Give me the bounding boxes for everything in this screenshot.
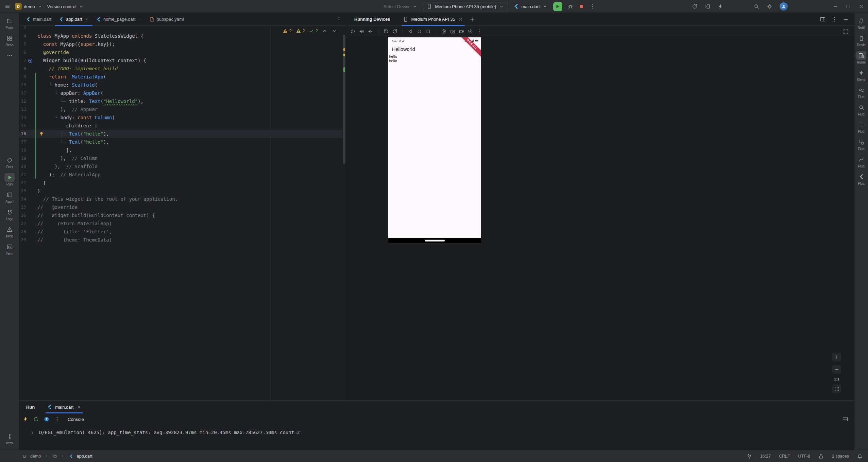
- code-line-29[interactable]: 29// theme: ThemeData(: [19, 236, 346, 244]
- volume-down-icon[interactable]: [368, 29, 373, 34]
- code-line-20[interactable]: 20 ), // Scaffold: [19, 162, 346, 171]
- user-avatar[interactable]: [780, 2, 788, 11]
- hot-restart-icon[interactable]: [33, 416, 39, 422]
- tool-flutter-outline[interactable]: Flutt: [854, 118, 868, 136]
- code-line-23[interactable]: 23}: [19, 187, 346, 195]
- tool-terminal[interactable]: Term: [0, 240, 19, 257]
- device-tab[interactable]: Medium Phone API 35: [399, 13, 466, 26]
- tool-problems[interactable]: Prob: [0, 223, 19, 240]
- more-v-icon[interactable]: [477, 29, 482, 34]
- power-icon[interactable]: [350, 29, 355, 34]
- gradle-sync-icon[interactable]: [692, 4, 697, 9]
- console-output[interactable]: D/EGL_emulation( 4625): app_time_stats: …: [19, 425, 854, 435]
- code-line-24[interactable]: 24 // This widget is the root of your ap…: [19, 195, 346, 203]
- run-button[interactable]: [553, 2, 562, 11]
- tool-more-tools[interactable]: [0, 49, 19, 62]
- code-line-15[interactable]: 15 children: [: [19, 122, 346, 130]
- overview-icon[interactable]: [426, 29, 431, 34]
- zoom-fit-button[interactable]: [832, 385, 841, 393]
- code-line-5[interactable]: 5 const MyApp({super.key});: [19, 40, 346, 48]
- select-device-dropdown[interactable]: Select Device: [384, 4, 418, 9]
- debug-button[interactable]: [568, 4, 573, 9]
- tool-resources[interactable]: Reso: [0, 32, 19, 49]
- home-icon[interactable]: [417, 29, 422, 34]
- code-line-7[interactable]: 7 Widget build(BuildContext context) {: [19, 56, 346, 65]
- console-tab-label[interactable]: Console: [68, 417, 84, 422]
- close-tab-icon[interactable]: [85, 17, 89, 21]
- editor-tab-home_page.dart[interactable]: home_page.dart: [92, 13, 146, 26]
- tool-run[interactable]: Run: [0, 171, 19, 188]
- vcs-widget[interactable]: Version control: [47, 4, 84, 9]
- camera-icon[interactable]: [450, 29, 455, 34]
- rotate-left-icon[interactable]: [384, 29, 389, 34]
- profiler-icon[interactable]: [718, 4, 723, 9]
- tool-app-inspection[interactable]: App I: [0, 188, 19, 206]
- back-icon[interactable]: [408, 29, 413, 34]
- tool-flutter-frames[interactable]: Flutt: [854, 153, 868, 170]
- intention-bulb-icon[interactable]: [39, 131, 44, 137]
- main-menu-icon[interactable]: [5, 4, 10, 9]
- split-view-icon[interactable]: [820, 17, 826, 22]
- indent-setting[interactable]: 2 spaces: [832, 454, 849, 459]
- gesture-pill[interactable]: [425, 240, 445, 242]
- close-run-tab-icon[interactable]: [76, 404, 82, 410]
- code-line-12[interactable]: 12 └─ title: Text("Helloworld"),: [19, 97, 346, 105]
- inspections-widget[interactable]: 2 2 2: [283, 28, 337, 34]
- window-minimize-button[interactable]: [833, 4, 838, 9]
- code-line-26[interactable]: 26// Widget build(BuildContext context) …: [19, 211, 346, 219]
- code-line-6[interactable]: 6 @override: [19, 48, 346, 56]
- window-maximize-button[interactable]: [846, 4, 851, 9]
- plug-icon[interactable]: [747, 454, 752, 459]
- editor-options-icon[interactable]: [336, 17, 342, 22]
- panel-options-icon[interactable]: [832, 17, 837, 22]
- tool-flutter-attach[interactable]: Flutt: [854, 170, 868, 188]
- volume-up-icon[interactable]: [359, 29, 364, 34]
- tool-running-devices[interactable]: Runni: [854, 49, 868, 66]
- tool-version-control[interactable]: Versi: [0, 430, 19, 447]
- tool-device-manager[interactable]: Devic: [854, 32, 868, 49]
- emulator-screen[interactable]: 4:17 3G ↕ Helloworld hellohello DEBUG: [388, 37, 481, 243]
- stop-button[interactable]: [579, 4, 584, 9]
- code-line-10[interactable]: 10 └ home: Scaffold(: [19, 81, 346, 89]
- window-close-button[interactable]: [858, 4, 864, 9]
- search-everywhere-icon[interactable]: [754, 4, 759, 9]
- breadcrumb-lib[interactable]: lib: [52, 454, 57, 459]
- run-tab-main-dart[interactable]: main.dart: [44, 401, 84, 413]
- code-line-11[interactable]: 11 └ appBar: AppBar(: [19, 89, 346, 97]
- code-line-18[interactable]: 18 ],: [19, 146, 346, 154]
- code-editor[interactable]: 34class MyApp extends StatelessWidget {5…: [19, 26, 346, 400]
- code-line-14[interactable]: 14 └ body: const Column(: [19, 113, 346, 122]
- breadcrumb-project[interactable]: demo: [30, 454, 41, 459]
- console-layout-icon[interactable]: [843, 416, 848, 422]
- add-device-icon[interactable]: [470, 17, 475, 22]
- restore-icon[interactable]: [468, 29, 473, 34]
- tool-logcat[interactable]: Logc: [0, 206, 19, 223]
- code-line-21[interactable]: 21 ); // MaterialApp: [19, 171, 346, 179]
- more-actions-icon[interactable]: [590, 4, 595, 9]
- tool-flutter-performance[interactable]: Flutt: [854, 84, 868, 101]
- editor-tab-pubspec.yaml[interactable]: pubspec.yaml: [146, 13, 188, 26]
- close-device-icon[interactable]: [458, 17, 463, 22]
- project-widget[interactable]: D demo: [15, 3, 42, 10]
- hot-reload-icon[interactable]: [23, 416, 28, 422]
- record-icon[interactable]: [459, 29, 464, 34]
- zoom-in-button[interactable]: [832, 353, 841, 361]
- cursor-position[interactable]: 16:27: [760, 454, 771, 459]
- code-line-28[interactable]: 28// title: 'Flutter',: [19, 228, 346, 236]
- tool-dart-analysis[interactable]: Dart: [0, 154, 19, 171]
- code-line-9[interactable]: 9 return MaterialApp(: [19, 73, 346, 81]
- settings-icon[interactable]: [767, 4, 772, 9]
- tool-gemini[interactable]: Gemi: [854, 66, 868, 84]
- lock-icon[interactable]: [818, 454, 824, 459]
- code-line-25[interactable]: 25// @override: [19, 203, 346, 211]
- close-tab-icon[interactable]: [138, 17, 142, 21]
- tool-project[interactable]: Proje: [0, 14, 19, 32]
- tool-flutter-inspector[interactable]: Flutt: [854, 136, 868, 153]
- code-line-27[interactable]: 27// return MaterialApp(: [19, 219, 346, 228]
- rotate-right-icon[interactable]: [392, 29, 397, 34]
- editor-tab-main.dart[interactable]: main.dart: [22, 13, 55, 26]
- run-config-selector[interactable]: main.dart: [513, 4, 547, 9]
- editor-scrollbar[interactable]: [342, 26, 346, 400]
- next-problem-icon[interactable]: [331, 28, 337, 34]
- console-options-icon[interactable]: [54, 416, 60, 422]
